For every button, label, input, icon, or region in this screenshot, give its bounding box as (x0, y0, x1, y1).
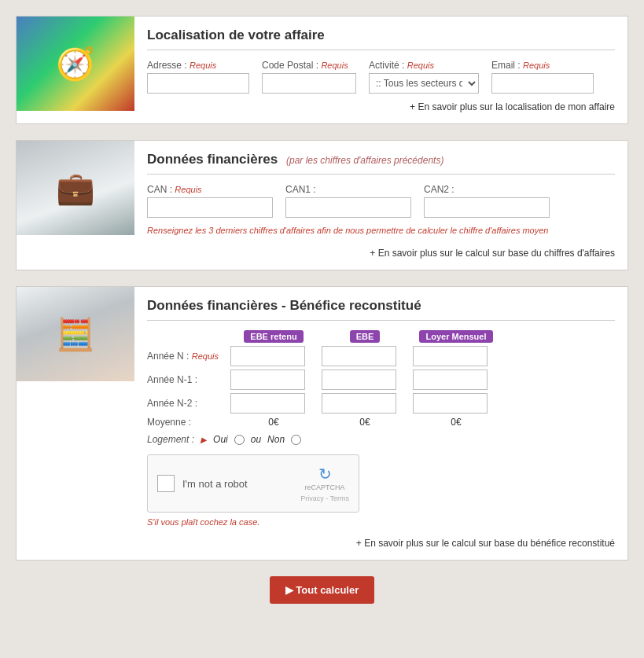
financieres-title: Données financières (par les chiffres d'… (147, 152, 615, 175)
recaptcha-brand: reCAPTCHA (305, 483, 345, 491)
can1-label: CAN1 : (285, 184, 411, 195)
activite-label: Activité : Requis (369, 60, 479, 71)
logement-oui-radio[interactable] (234, 435, 245, 445)
logement-row: Logement : ▶ Oui ou Non (147, 434, 615, 445)
activite-required: Requis (407, 61, 434, 70)
financieres-section: Données financières (par les chiffres d'… (16, 140, 628, 270)
can-required: Requis (175, 185, 201, 194)
localisation-section: Localisation de votre affaire Adresse : … (16, 16, 628, 124)
moyenne-label: Moyenne : (147, 417, 226, 428)
captcha-text: I'm not a robot (182, 478, 248, 490)
logement-arrow-icon: ▶ (201, 436, 207, 444)
adresse-label: Adresse : Requis (147, 60, 249, 71)
financieres-subtitle: (par les chiffres d'affaires précédents) (286, 155, 443, 166)
captcha-checkbox[interactable] (157, 475, 175, 492)
financieres-note: Renseignez les 3 derniers chiffres d'aff… (147, 226, 615, 235)
activite-select[interactable]: :: Tous les secteurs d (369, 73, 479, 94)
moyenne-ebe-retenu: 0€ (230, 417, 317, 428)
annee-n1-loyer-cell (413, 369, 499, 390)
code-postal-label: Code Postal : Requis (262, 60, 356, 71)
email-required: Requis (523, 61, 550, 70)
badge-ebe: EBE (350, 330, 381, 343)
adresse-input[interactable] (147, 73, 249, 94)
annee-n2-ebe-retenu-input[interactable] (230, 393, 305, 414)
ebe-retenu-header: EBE retenu (230, 330, 317, 343)
localisation-title-text: Localisation de votre affaire (147, 28, 325, 42)
recaptcha-icon: ↻ (318, 465, 332, 483)
adresse-required: Requis (190, 61, 216, 70)
annee-n-label: Année N : Requis (147, 351, 226, 362)
annee-n2-loyer-input[interactable] (413, 393, 488, 414)
can2-label: CAN2 : (424, 184, 550, 195)
captcha-logo: ↻ reCAPTCHA Privacy - Terms (300, 465, 349, 502)
benefice-more-info[interactable]: + En savoir plus sur le calcul sur base … (147, 538, 615, 549)
can-group: CAN : Requis (147, 184, 273, 218)
can-label: CAN : Requis (147, 184, 273, 195)
bottom-bar: ▶ Tout calculer (16, 576, 628, 604)
annee-n1-ebe-retenu-input[interactable] (230, 369, 305, 390)
annee-n-ebe-retenu-cell (230, 346, 317, 366)
annee-n1-label: Année N-1 : (147, 374, 226, 385)
email-group: Email : Requis (491, 60, 594, 94)
benefice-title-text: Données financières - Bénéfice reconstit… (147, 298, 421, 313)
annee-n-loyer-cell (413, 346, 499, 366)
can-input[interactable] (147, 197, 273, 218)
loyer-header: Loyer Mensuel (413, 330, 499, 343)
localisation-title: Localisation de votre affaire (147, 28, 615, 50)
annee-n1-ebe-cell (322, 369, 408, 390)
annee-n-loyer-input[interactable] (413, 346, 488, 366)
adresse-group: Adresse : Requis (147, 60, 249, 94)
localisation-image (17, 17, 134, 111)
code-postal-group: Code Postal : Requis (262, 60, 356, 94)
annee-n2-ebe-cell (322, 393, 408, 414)
code-postal-input[interactable] (262, 73, 356, 94)
captcha-error: S'il vous plaît cochez la case. (147, 517, 615, 527)
activite-group: Activité : Requis :: Tous les secteurs d (369, 60, 479, 94)
annee-n2-ebe-retenu-cell (230, 393, 317, 414)
logement-oui-label: Oui (213, 434, 228, 445)
email-label: Email : Requis (491, 60, 594, 71)
localisation-form-row: Adresse : Requis Code Postal : Requis Ac… (147, 60, 615, 94)
annee-n2-ebe-input[interactable] (322, 393, 396, 414)
benefice-image (17, 287, 134, 381)
moyenne-loyer: 0€ (413, 417, 499, 428)
logement-label: Logement : (147, 434, 194, 445)
annee-n-ebe-cell (322, 346, 408, 366)
calculer-button[interactable]: ▶ Tout calculer (270, 576, 375, 604)
logement-ou-label: ou (251, 434, 261, 445)
benefice-grid: EBE retenu EBE Loyer Mensuel Année N : R… (147, 330, 615, 428)
financieres-image (17, 141, 134, 235)
moyenne-ebe: 0€ (322, 417, 408, 428)
annee-n2-loyer-cell (413, 393, 499, 414)
can1-group: CAN1 : (285, 184, 411, 218)
annee-n1-loyer-input[interactable] (413, 369, 488, 390)
ebe-header: EBE (322, 330, 408, 343)
financieres-title-text: Données financières (147, 152, 278, 167)
captcha-footer: Privacy - Terms (300, 494, 349, 502)
financieres-content: Données financières (par les chiffres d'… (134, 141, 627, 270)
localisation-content: Localisation de votre affaire Adresse : … (134, 17, 627, 123)
annee-n-ebe-input[interactable] (322, 346, 396, 366)
can2-group: CAN2 : (424, 184, 550, 218)
localisation-more-info[interactable]: + En savoir plus sur la localisation de … (147, 101, 615, 112)
captcha-inner: I'm not a robot ↻ reCAPTCHA Privacy - Te… (157, 465, 349, 502)
annee-n-ebe-retenu-input[interactable] (230, 346, 305, 366)
can2-input[interactable] (424, 197, 550, 218)
badge-loyer: Loyer Mensuel (419, 330, 492, 343)
code-postal-required: Requis (321, 61, 348, 70)
annee-n1-ebe-input[interactable] (322, 369, 396, 390)
financieres-more-info[interactable]: + En savoir plus sur le calcul sur base … (147, 248, 615, 259)
annee-n-required: Requis (192, 351, 219, 361)
logement-non-radio[interactable] (291, 435, 301, 445)
financieres-form-row: CAN : Requis CAN1 : CAN2 : (147, 184, 615, 218)
benefice-title: Données financières - Bénéfice reconstit… (147, 298, 615, 321)
annee-n2-label: Année N-2 : (147, 398, 226, 409)
badge-ebe-retenu: EBE retenu (244, 330, 303, 343)
benefice-section: Données financières - Bénéfice reconstit… (16, 286, 628, 561)
logement-non-label: Non (267, 434, 285, 445)
email-input[interactable] (491, 73, 594, 94)
can1-input[interactable] (285, 197, 411, 218)
benefice-content: Données financières - Bénéfice reconstit… (134, 287, 627, 560)
captcha-box: I'm not a robot ↻ reCAPTCHA Privacy - Te… (147, 454, 359, 513)
annee-n1-ebe-retenu-cell (230, 369, 317, 390)
